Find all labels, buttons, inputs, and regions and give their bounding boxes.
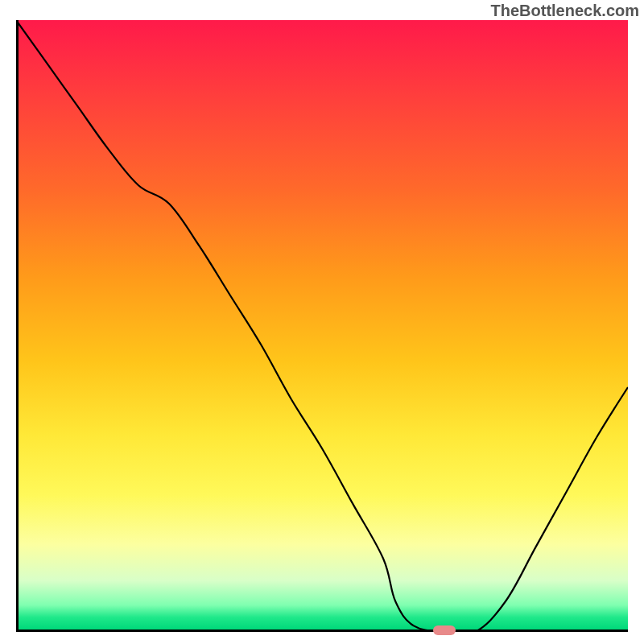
- watermark-text: TheBottleneck.com: [491, 2, 639, 20]
- bottleneck-curve: [16, 20, 628, 632]
- optimal-point-marker: [433, 625, 456, 635]
